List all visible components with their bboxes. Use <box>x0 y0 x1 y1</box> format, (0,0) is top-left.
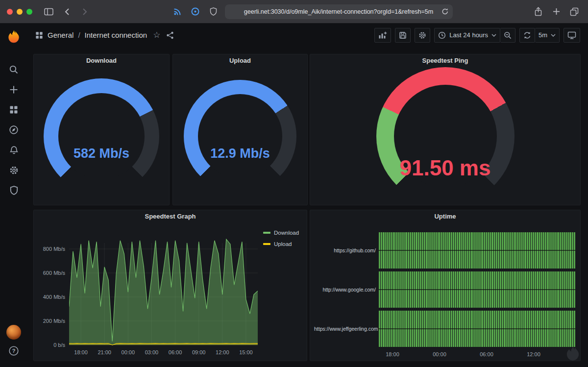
traffic-lights <box>7 9 32 15</box>
save-button[interactable] <box>395 28 411 43</box>
y-axis-label: 400 Mb/s <box>38 294 65 300</box>
dashboard-toolbar: Last 24 hours 5m <box>374 28 580 43</box>
speedtest-graph-panel: Speedtest Graph DownloadUpload 800 Mb/s6… <box>33 210 307 361</box>
speedtest-graph-canvas <box>69 236 258 347</box>
refresh-button[interactable] <box>519 28 535 43</box>
reload-icon[interactable] <box>441 8 449 15</box>
new-tab-icon[interactable] <box>549 5 563 19</box>
tabs-icon[interactable] <box>567 5 581 19</box>
uptime-row-bars <box>379 311 575 347</box>
info-extension-icon[interactable] <box>189 5 202 19</box>
refresh-interval-label: 5m <box>539 31 547 39</box>
forward-icon[interactable] <box>78 5 92 19</box>
upload-panel: Upload 12.9 Mb/s <box>172 54 308 205</box>
grafana-logo[interactable] <box>6 28 21 46</box>
minimize-window-button[interactable] <box>17 9 23 15</box>
speedtest-graph-plot: DownloadUpload 800 Mb/s600 Mb/s400 Mb/s2… <box>38 223 303 357</box>
grafana-watermark-icon <box>564 344 581 364</box>
download-gauge <box>44 78 159 194</box>
zoom-out-button[interactable] <box>500 28 515 43</box>
add-icon[interactable] <box>8 84 20 95</box>
upload-gauge <box>184 80 296 193</box>
x-axis-label: 00:00 <box>117 349 139 355</box>
legend-label: Download <box>274 230 299 236</box>
uptime-row-bars <box>379 232 575 269</box>
download-panel: Download 582 Mb/s <box>33 54 170 205</box>
graph-legend: DownloadUpload <box>263 230 299 247</box>
rss-extension-icon[interactable] <box>171 5 184 19</box>
grafana-sidebar: ? <box>0 24 27 367</box>
legend-swatch <box>263 232 270 234</box>
panel-title-ping[interactable]: Speedtest Ping <box>310 54 580 67</box>
x-axis-label: 00:00 <box>430 351 449 357</box>
breadcrumb-page-title[interactable]: Internet connection <box>85 31 147 39</box>
uptime-row-label: https://github.com/ <box>314 247 376 253</box>
x-axis-label: 06:00 <box>165 349 186 355</box>
alerting-icon[interactable] <box>8 145 20 155</box>
zoom-window-button[interactable] <box>26 9 32 15</box>
uptime-row-label: https://www.jeffgeerling.com <box>314 326 376 332</box>
dashboard-nav: General / Internet connection ☆ <box>27 24 588 47</box>
x-axis-label: 03:00 <box>141 349 162 355</box>
refresh-interval-picker[interactable]: 5m <box>535 28 560 43</box>
x-axis-label: 12:00 <box>212 349 233 355</box>
legend-label: Upload <box>274 241 292 247</box>
panel-title-uptime[interactable]: Uptime <box>310 210 580 223</box>
time-range-label: Last 24 hours <box>449 31 488 39</box>
download-value: 582 Mb/s <box>44 146 159 161</box>
breadcrumb-section[interactable]: General <box>48 31 74 39</box>
explore-icon[interactable] <box>8 124 20 135</box>
uptime-band-divider <box>379 250 575 251</box>
search-icon[interactable] <box>8 64 20 75</box>
y-axis-label: 600 Mb/s <box>38 270 65 276</box>
dashboards-icon[interactable] <box>8 104 20 115</box>
chevron-down-icon <box>551 34 556 37</box>
sidebar-icon[interactable] <box>42 5 55 19</box>
address-bar[interactable]: geerli.net:3030/d/o9mle_Aik/internet-con… <box>225 4 453 19</box>
user-avatar[interactable] <box>6 325 21 340</box>
dashboard-settings-button[interactable] <box>415 28 430 43</box>
uptime-row-bars <box>379 271 575 308</box>
chevron-down-icon <box>491 34 496 37</box>
shield-icon[interactable] <box>8 185 20 196</box>
upload-value: 12.9 Mb/s <box>184 146 296 161</box>
browser-chrome: geerli.net:3030/d/o9mle_Aik/internet-con… <box>0 0 588 24</box>
y-axis-label: 200 Mb/s <box>38 318 65 324</box>
x-axis-label: 09:00 <box>188 349 210 355</box>
star-icon[interactable]: ☆ <box>153 30 160 40</box>
close-window-button[interactable] <box>7 9 13 15</box>
speedtest-ping-panel: Speedtest Ping 91.50 ms <box>310 54 581 205</box>
legend-item-download[interactable]: Download <box>263 230 299 236</box>
settings-icon[interactable] <box>8 165 20 175</box>
uptime-plot: https://github.com/http://www.google.com… <box>314 223 576 357</box>
breadcrumb: General / Internet connection <box>35 31 147 39</box>
panel-title-upload[interactable]: Upload <box>173 54 307 67</box>
dashboard-body: Download 582 Mb/s Upload 12.9 Mb/s <box>27 47 588 367</box>
ping-gauge <box>376 67 514 205</box>
uptime-band-divider <box>379 328 575 329</box>
help-icon[interactable]: ? <box>8 345 20 356</box>
tv-mode-button[interactable] <box>564 28 580 43</box>
grid-icon[interactable] <box>35 31 43 39</box>
shield-extension-icon[interactable] <box>207 5 220 19</box>
time-range-picker[interactable]: Last 24 hours <box>434 28 500 43</box>
back-icon[interactable] <box>60 5 74 19</box>
x-axis-label: 12:00 <box>524 351 543 357</box>
share-icon[interactable] <box>531 5 545 19</box>
panel-title-graph[interactable]: Speedtest Graph <box>34 210 307 223</box>
share-dashboard-icon[interactable] <box>166 31 174 39</box>
ping-value: 91.50 ms <box>376 156 514 180</box>
x-axis-label: 15:00 <box>235 349 257 355</box>
x-axis-label: 06:00 <box>477 351 496 357</box>
legend-swatch <box>263 243 270 245</box>
add-panel-button[interactable] <box>374 28 391 43</box>
breadcrumb-separator: / <box>78 31 80 39</box>
legend-item-upload[interactable]: Upload <box>263 241 299 247</box>
x-axis-label: 18:00 <box>383 351 402 357</box>
y-axis-label: 0 b/s <box>38 342 65 348</box>
panel-title-download[interactable]: Download <box>34 54 169 67</box>
clock-icon <box>438 31 446 39</box>
x-axis-label: 21:00 <box>94 349 115 355</box>
url-text: geerli.net:3030/d/o9mle_Aik/internet-con… <box>244 8 433 15</box>
uptime-panel: Uptime https://github.com/http://www.goo… <box>310 210 581 361</box>
